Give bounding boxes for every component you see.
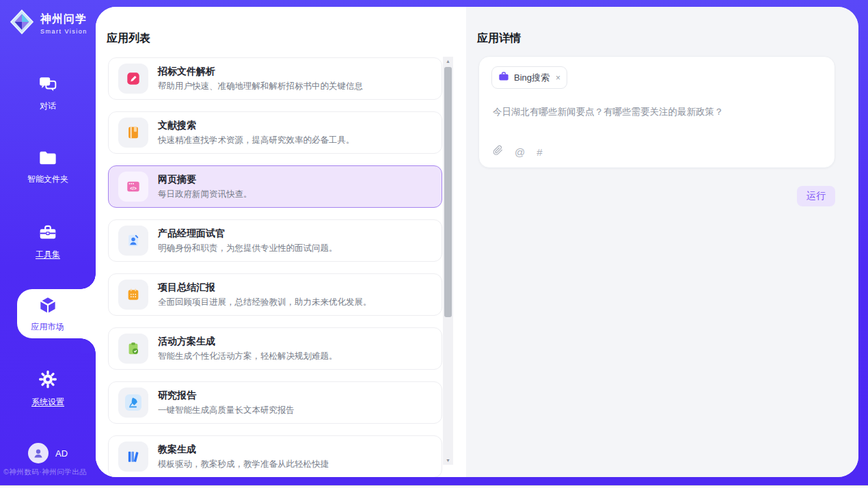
main-panel: 应用列表 招标文件解析 帮助用户快速、准确地理解和解析招标书中的关键信息 (96, 7, 858, 477)
app-card-name: 项目总结汇报 (158, 282, 372, 294)
sidebar-item-toolset[interactable]: 工具集 (0, 223, 96, 260)
chat-icon (38, 75, 57, 96)
diamond-logo-icon (9, 9, 35, 38)
app-detail-pane: 应用详情 Bing搜索 × 今日湖北有哪些新闻要点？有哪些需要关注的最新政策？ (466, 7, 858, 477)
interviewer-icon (118, 226, 148, 256)
app-card-name: 活动方案生成 (158, 336, 338, 348)
app-card-desc: 每日政府新闻资讯快查。 (158, 189, 252, 200)
book-icon (118, 118, 148, 148)
app-card-list: 招标文件解析 帮助用户快速、准确地理解和解析招标书中的关键信息 文献搜索 (108, 57, 442, 477)
folder-icon (38, 150, 57, 169)
app-card-desc: 智能生成个性化活动方案，轻松解决规划难题。 (158, 351, 338, 362)
research-pen-icon (118, 388, 148, 418)
app-window: 神州问学 Smart Vision 对话 智能文件夹 (0, 0, 868, 488)
sidebar-item-smart-folder[interactable]: 智能文件夹 (0, 150, 96, 185)
user-account[interactable]: AD (0, 443, 96, 463)
app-card-desc: 一键智能生成高质量长文本研究报告 (158, 405, 295, 416)
user-initials: AD (55, 448, 68, 459)
attachment-icon[interactable] (493, 145, 503, 159)
app-card-lesson-plan[interactable]: 教案生成 模板驱动，教案秒成，教学准备从此轻松快捷 (108, 435, 442, 477)
hashtag-icon[interactable]: # (537, 146, 542, 158)
copyright-text: ©神州数码·神州问学出品 (3, 467, 87, 477)
app-card-name: 研究报告 (158, 390, 295, 402)
briefcase-icon (498, 71, 509, 84)
app-card-desc: 全面回顾项目进展，总结经验教训，助力未来优化发展。 (158, 297, 372, 308)
scrollbar-thumb[interactable] (444, 67, 452, 317)
sidebar-item-app-market[interactable]: 应用市场 (17, 289, 96, 338)
tool-tag-label: Bing搜索 (514, 72, 550, 84)
app-card-pm-interviewer[interactable]: 产品经理面试官 明确身份和职责，为您提供专业性的面试问题。 (108, 219, 442, 262)
page-bottom-strip (0, 485, 868, 488)
sidebar: 神州问学 Smart Vision 对话 智能文件夹 (0, 0, 96, 485)
app-list-scrollbar[interactable]: ▲ ▼ (443, 57, 453, 465)
active-tab-curve-top (81, 274, 96, 289)
sidebar-item-label: 系统设置 (31, 396, 64, 408)
app-card-desc: 明确身份和职责，为您提供专业性的面试问题。 (158, 243, 338, 254)
app-card-name: 文献搜索 (158, 120, 355, 132)
sidebar-item-label: 对话 (40, 100, 56, 112)
books-icon (118, 442, 148, 472)
browser-code-icon: </> (118, 172, 148, 202)
app-card-literature-search[interactable]: 文献搜索 快速精准查找学术资源，提高研究效率的必备工具。 (108, 111, 442, 154)
app-card-desc: 帮助用户快速、准确地理解和解析招标书中的关键信息 (158, 81, 363, 92)
brand-name: 神州问学 (40, 12, 87, 27)
gear-icon (38, 370, 57, 392)
app-card-bid-parse[interactable]: 招标文件解析 帮助用户快速、准确地理解和解析招标书中的关键信息 (108, 57, 442, 100)
app-card-research-report[interactable]: 研究报告 一键智能生成高质量长文本研究报告 (108, 381, 442, 424)
sidebar-item-label: 工具集 (36, 249, 60, 260)
scroll-up-icon[interactable]: ▲ (443, 57, 453, 66)
app-card-name: 教案生成 (158, 444, 329, 456)
run-button[interactable]: 运行 (797, 186, 835, 206)
cube-icon (38, 295, 58, 318)
svg-text:</>: </> (130, 186, 137, 191)
avatar (28, 443, 49, 463)
prompt-editor[interactable]: Bing搜索 × 今日湖北有哪些新闻要点？有哪些需要关注的最新政策？ @ # (478, 56, 835, 168)
sidebar-item-settings[interactable]: 系统设置 (0, 370, 96, 408)
app-list-title: 应用列表 (107, 31, 150, 46)
brand-subtitle: Smart Vision (40, 28, 87, 35)
sidebar-item-label: 智能文件夹 (27, 174, 68, 185)
app-card-desc: 模板驱动，教案秒成，教学准备从此轻松快捷 (158, 459, 329, 470)
sidebar-item-label: 应用市场 (31, 321, 64, 333)
app-detail-title: 应用详情 (477, 31, 521, 46)
toolbox-icon (38, 223, 57, 244)
app-card-name: 招标文件解析 (158, 66, 363, 78)
mention-icon[interactable]: @ (515, 146, 525, 158)
app-card-desc: 快速精准查找学术资源，提高研究效率的必备工具。 (158, 135, 355, 146)
query-text[interactable]: 今日湖北有哪些新闻要点？有哪些需要关注的最新政策？ (493, 105, 821, 133)
tool-tag-bing-search[interactable]: Bing搜索 × (491, 66, 567, 89)
app-card-name: 网页摘要 (158, 174, 252, 186)
app-card-web-summary[interactable]: </> 网页摘要 每日政府新闻资讯快查。 (108, 165, 442, 208)
scroll-down-icon[interactable]: ▼ (443, 456, 453, 465)
app-card-name: 产品经理面试官 (158, 228, 338, 240)
app-list-pane: 应用列表 招标文件解析 帮助用户快速、准确地理解和解析招标书中的关键信息 (96, 7, 466, 477)
pen-square-icon (118, 64, 148, 94)
brand-logo: 神州问学 Smart Vision (9, 9, 87, 38)
note-icon (118, 280, 148, 310)
active-tab-curve-bottom (81, 338, 96, 353)
sidebar-item-chat[interactable]: 对话 (0, 75, 96, 112)
editor-toolbar: @ # (493, 145, 543, 159)
app-card-project-summary[interactable]: 项目总结汇报 全面回顾项目进展，总结经验教训，助力未来优化发展。 (108, 273, 442, 316)
close-icon[interactable]: × (556, 73, 560, 83)
clipboard-check-icon (118, 334, 148, 364)
app-card-event-plan[interactable]: 活动方案生成 智能生成个性化活动方案，轻松解决规划难题。 (108, 327, 442, 370)
